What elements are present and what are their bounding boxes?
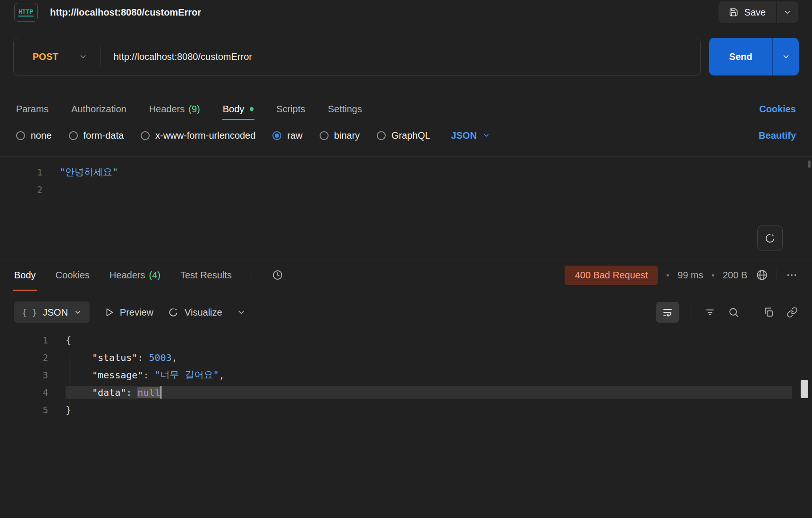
preview-button[interactable]: Preview — [104, 307, 153, 318]
tab-scripts[interactable]: Scripts — [276, 98, 305, 120]
response-time: 99 ms — [677, 270, 703, 281]
token-colon: : — [143, 369, 154, 381]
network-info-button[interactable] — [756, 269, 768, 281]
radio-raw[interactable]: raw — [272, 130, 302, 141]
tab-test-results-label: Test Results — [180, 270, 232, 281]
divider — [777, 269, 777, 281]
globe-icon — [756, 269, 768, 281]
chevron-down-icon — [74, 308, 82, 317]
postman-app: HTTP http://localhost:8080/customError S… — [0, 0, 812, 518]
radio-graphql-label: GraphQL — [391, 130, 430, 141]
wrap-text-icon — [662, 307, 673, 318]
radio-urlencoded[interactable]: x-www-form-urlencoded — [141, 130, 255, 141]
radio-graphql[interactable]: GraphQL — [377, 130, 430, 141]
divider — [252, 269, 252, 281]
tab-response-body[interactable]: Body — [14, 259, 36, 291]
response-scrollbar[interactable] — [801, 380, 808, 398]
method-selector[interactable]: POST — [14, 38, 101, 75]
tab-settings[interactable]: Settings — [328, 98, 362, 120]
filter-button[interactable] — [704, 307, 716, 318]
beautify-link[interactable]: Beautify — [759, 130, 796, 141]
response-view-options-button[interactable] — [237, 308, 246, 317]
radio-binary[interactable]: binary — [320, 130, 360, 141]
tab-response-body-label: Body — [14, 270, 36, 281]
editor-scrollbar[interactable] — [808, 160, 811, 168]
editor-line: 1 "안녕하세요" — [0, 163, 812, 181]
chevron-down-icon — [79, 52, 87, 61]
send-button[interactable]: Send — [709, 38, 772, 75]
modified-dot — [250, 107, 254, 111]
send-options-button[interactable] — [772, 38, 799, 75]
response-format-selector[interactable]: { } JSON — [14, 301, 90, 323]
tab-response-headers[interactable]: Headers (4) — [110, 259, 161, 291]
token-colon: : — [137, 352, 149, 363]
token-comma: , — [172, 352, 178, 363]
tab-headers[interactable]: Headers (9) — [149, 98, 200, 120]
http-request-badge: HTTP — [14, 3, 38, 22]
radio-none[interactable]: none — [16, 130, 52, 141]
radio-circle — [16, 131, 25, 140]
request-tab-header: HTTP http://localhost:8080/customError S… — [0, 0, 812, 25]
copy-button[interactable] — [763, 307, 774, 318]
language-selected-value: JSON — [451, 130, 476, 141]
wrap-text-button[interactable] — [656, 302, 679, 323]
response-history-button[interactable] — [272, 269, 283, 281]
radio-circle — [141, 131, 150, 140]
search-button[interactable] — [728, 307, 739, 318]
save-button[interactable]: Save — [719, 1, 776, 23]
line-number: 1 — [0, 167, 42, 177]
tab-params-label: Params — [16, 104, 49, 115]
chevron-down-icon — [782, 52, 790, 61]
response-pane: Body Cookies Headers (4) Test Results 40… — [0, 259, 812, 518]
line-number: 2 — [0, 184, 42, 195]
line-number: 3 — [0, 370, 48, 380]
tab-test-results[interactable]: Test Results — [180, 259, 232, 291]
tab-params[interactable]: Params — [16, 98, 49, 120]
visualize-button[interactable]: Visualize — [168, 307, 222, 318]
visualize-sparkle-icon — [168, 307, 179, 318]
tab-response-cookies-label: Cookies — [56, 270, 90, 281]
text-cursor — [161, 386, 161, 399]
visualize-button-label: Visualize — [185, 307, 222, 318]
code-line-text: "data": null — [66, 386, 792, 399]
tab-body[interactable]: Body — [223, 98, 254, 120]
cookies-link[interactable]: Cookies — [759, 104, 796, 115]
response-tabs: Body Cookies Headers (4) Test Results 40… — [0, 259, 812, 291]
code-line: 1 { — [0, 331, 812, 349]
radio-raw-label: raw — [287, 130, 302, 141]
token-key: "message" — [92, 369, 143, 381]
ai-sparkle-icon — [764, 232, 776, 244]
radio-circle — [320, 131, 329, 140]
line-number: 4 — [0, 387, 48, 398]
editor-line: 2 — [0, 181, 812, 198]
request-body-editor[interactable]: 1 "안녕하세요" 2 — [0, 156, 812, 259]
token-key: "data" — [92, 387, 126, 398]
radio-form-data[interactable]: form-data — [69, 130, 124, 141]
language-selector[interactable]: JSON — [451, 130, 490, 141]
play-icon — [104, 307, 114, 317]
share-link-button[interactable] — [787, 307, 798, 318]
tab-response-cookies[interactable]: Cookies — [56, 259, 90, 291]
indent-guide — [69, 355, 69, 408]
radio-form-data-label: form-data — [84, 130, 124, 141]
url-input[interactable] — [101, 51, 700, 62]
save-button-group: Save — [719, 1, 798, 23]
tab-authorization[interactable]: Authorization — [71, 98, 127, 120]
request-tab-title: http://localhost:8080/customError — [50, 7, 201, 18]
code-line: 2 "status": 5003, — [0, 349, 812, 366]
token-key: "status" — [92, 352, 137, 363]
tab-settings-label: Settings — [328, 104, 362, 115]
code-line-text: "status": 5003, — [66, 352, 812, 363]
token-string: "너무 길어요" — [154, 368, 219, 381]
radio-urlencoded-label: x-www-form-urlencoded — [155, 130, 255, 141]
filter-icon — [704, 307, 716, 318]
headers-count: (9) — [188, 104, 200, 115]
link-icon — [787, 307, 798, 318]
response-body-viewer[interactable]: 1 { 2 "status": 5003, 3 "message": "너무 길… — [0, 331, 812, 518]
radio-none-label: none — [31, 130, 52, 141]
response-more-actions-button[interactable] — [786, 269, 798, 281]
postbot-button[interactable] — [757, 226, 783, 251]
chevron-down-icon — [482, 132, 490, 139]
save-options-button[interactable] — [776, 1, 798, 23]
url-builder: POST Send — [13, 38, 799, 75]
